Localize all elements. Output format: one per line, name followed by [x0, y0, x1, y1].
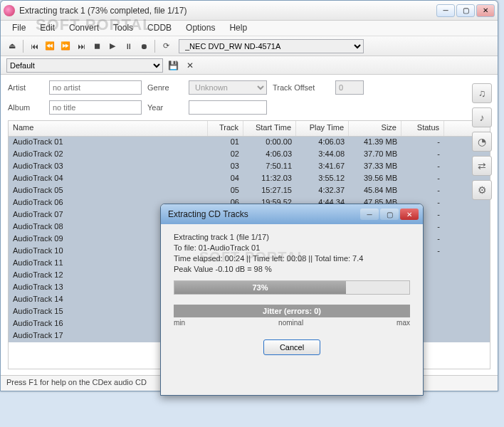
offset-input[interactable]: [335, 80, 364, 95]
delete-icon[interactable]: ✕: [183, 58, 197, 73]
toolbar-preset: Default 💾 ✕: [1, 56, 498, 75]
dialog-close-button[interactable]: ✕: [400, 209, 419, 220]
genre-select[interactable]: Unknown: [189, 80, 267, 95]
minimize-button[interactable]: ─: [436, 4, 455, 17]
track-row[interactable]: AudioTrack 040411:32.033:55.1239.56 MB-: [9, 173, 490, 185]
window-title: Extracting track 1 (73% completed, file …: [19, 6, 436, 16]
record-icon[interactable]: ⏺: [137, 39, 151, 53]
menu-tools[interactable]: Tools: [106, 21, 140, 36]
menu-edit[interactable]: Edit: [33, 21, 62, 36]
artist-label: Artist: [8, 83, 43, 92]
jitter-bar: Jitter (errors: 0): [174, 305, 410, 317]
menu-options[interactable]: Options: [179, 21, 222, 36]
col-start[interactable]: Start Time: [243, 121, 296, 136]
dialog-title: Extracting CD Tracks: [165, 209, 360, 219]
year-label: Year: [147, 103, 183, 112]
track-row[interactable]: AudioTrack 050515:27.154:32.3745.84 MB-: [9, 185, 490, 197]
progress-bar: 73%: [174, 280, 410, 295]
album-label: Album: [8, 103, 43, 112]
stop-icon[interactable]: ◼: [90, 39, 104, 53]
cancel-button[interactable]: Cancel: [263, 339, 320, 355]
toolbar: ⏏ ⏮ ⏪ ⏩ ⏭ ◼ ▶ ⏸ ⏺ ⟳ _NEC DVD_RW ND-4571A: [1, 36, 498, 56]
dialog-line-peak: Peak Value -0.10 dB = 98 %: [174, 265, 410, 273]
genre-label: Genre: [147, 83, 183, 92]
col-track[interactable]: Track: [208, 121, 243, 136]
drive-select[interactable]: _NEC DVD_RW ND-4571A: [179, 39, 364, 53]
eject-icon[interactable]: ⏏: [5, 39, 19, 53]
refresh-icon[interactable]: ⟳: [159, 39, 173, 53]
track-row[interactable]: AudioTrack 02024:06.033:44.0837.70 MB-: [9, 149, 490, 161]
track-header: Name Track Start Time Play Time Size Sta…: [9, 121, 490, 137]
dialog-body: Extracting track 1 (file 1/17) To file: …: [161, 224, 423, 364]
titlebar[interactable]: Extracting track 1 (73% completed, file …: [1, 1, 498, 21]
side-toolbar: ♫ ♪ ◔ ⇄ ⚙: [469, 80, 495, 200]
maximize-button[interactable]: ▢: [456, 4, 475, 17]
dialog-titlebar[interactable]: Extracting CD Tracks ─ ▢ ✕: [161, 204, 423, 224]
jitter-nominal: nominal: [278, 319, 303, 327]
album-input[interactable]: [49, 100, 142, 115]
artist-input[interactable]: [49, 80, 142, 95]
col-size[interactable]: Size: [349, 121, 401, 136]
menu-convert[interactable]: Convert: [62, 21, 106, 36]
jitter-max: max: [397, 319, 410, 327]
dialog-maximize-button[interactable]: ▢: [380, 209, 399, 220]
dialog-line-file: To file: 01-AudioTrack 01: [174, 243, 410, 252]
preset-select[interactable]: Default: [6, 58, 163, 73]
save-icon[interactable]: 💾: [166, 58, 180, 73]
dialog-minimize-button[interactable]: ─: [360, 209, 379, 220]
jitter-labels: min nominal max: [174, 319, 410, 327]
track-row[interactable]: AudioTrack 01010:00.004:06.0341.39 MB-: [9, 137, 490, 149]
play-icon[interactable]: ▶: [105, 39, 120, 53]
extract-wav-icon[interactable]: ♫: [472, 83, 492, 103]
metadata-row2: Album Year: [1, 100, 498, 120]
prev-track-icon[interactable]: ⏮: [27, 39, 41, 53]
pause-icon[interactable]: ⏸: [121, 39, 135, 53]
forward-icon[interactable]: ⏩: [58, 39, 73, 53]
close-button[interactable]: ✕: [476, 4, 495, 17]
offset-label: Track Offset: [273, 83, 330, 92]
col-name[interactable]: Name: [9, 121, 208, 136]
menu-help[interactable]: Help: [222, 21, 254, 36]
jitter-min: min: [174, 319, 185, 327]
convert-icon[interactable]: ⇄: [472, 156, 492, 176]
next-track-icon[interactable]: ⏭: [74, 39, 88, 53]
dialog-line-time: Time elapsed: 00:24 || Time left: 00:08 …: [174, 254, 410, 263]
dialog-line-track: Extracting track 1 (file 1/17): [174, 233, 410, 241]
settings-icon[interactable]: ⚙: [472, 180, 492, 200]
col-play[interactable]: Play Time: [296, 121, 349, 136]
track-row[interactable]: AudioTrack 03037:50.113:41.6737.33 MB-: [9, 161, 490, 173]
metadata-row1: Artist Genre Unknown Track Offset: [1, 75, 498, 100]
extract-dialog: Extracting CD Tracks ─ ▢ ✕ Extracting tr…: [160, 204, 424, 396]
menu-cddb[interactable]: CDDB: [140, 21, 179, 36]
rewind-icon[interactable]: ⏪: [43, 39, 57, 53]
year-input[interactable]: [189, 100, 267, 115]
progress-fill: 73%: [174, 281, 346, 294]
col-status[interactable]: Status: [401, 121, 444, 136]
extract-partial-icon[interactable]: ◔: [472, 132, 492, 152]
extract-mp3-icon[interactable]: ♪: [472, 107, 492, 127]
menu-file[interactable]: File: [5, 21, 33, 36]
menubar: File Edit Convert Tools CDDB Options Hel…: [1, 21, 498, 36]
app-icon: [4, 5, 15, 16]
